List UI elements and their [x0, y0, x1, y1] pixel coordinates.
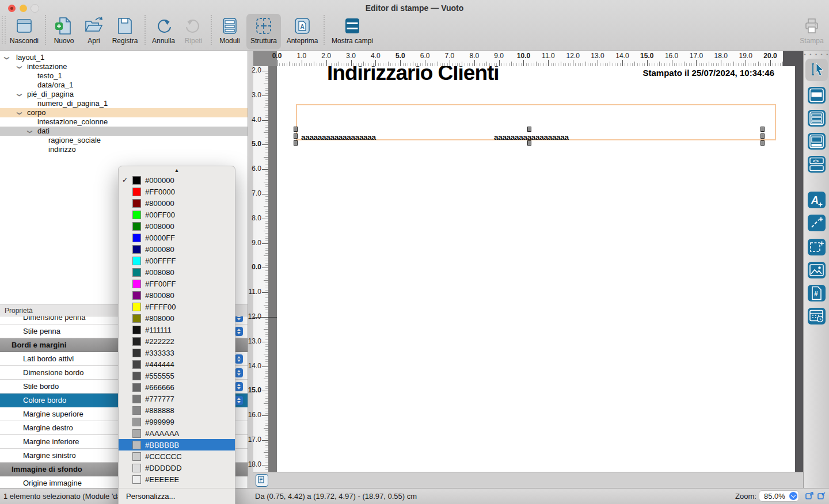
tree-item-ragione-sociale[interactable]: ragione_sociale — [0, 136, 248, 145]
selection-handle[interactable] — [294, 140, 298, 146]
property-popup-button[interactable] — [235, 354, 243, 364]
property-popup-button[interactable] — [235, 327, 243, 336]
tree-item-label: dati — [37, 127, 50, 136]
tree-item-intestazione[interactable]: ❯intestazione — [0, 62, 248, 71]
color-menu-item-AAAAAA[interactable]: #AAAAAA — [119, 427, 235, 439]
color-menu-item-000000[interactable]: ✓#000000 — [119, 174, 235, 186]
color-swatch — [132, 245, 141, 254]
color-hex-label: #111111 — [145, 326, 172, 334]
document-title-text[interactable]: Indirizzario Clienti — [327, 66, 499, 85]
selection-handle[interactable] — [527, 140, 531, 146]
menu-scroll-up-icon[interactable]: ▲ — [119, 167, 235, 173]
color-menu-item-999999[interactable]: #999999 — [119, 416, 235, 427]
selection-handle[interactable] — [294, 133, 298, 139]
v-ruler-label: 7.0 — [252, 189, 261, 197]
open-button[interactable]: Apri — [81, 15, 107, 48]
color-menu-item-BBBBBB[interactable]: #BBBBBB — [119, 439, 235, 450]
color-menu-item-0000FF[interactable]: #0000FF — [119, 232, 235, 243]
color-hex-label: #0000FF — [145, 234, 175, 242]
customize-color-menu-item[interactable]: Personalizza... — [119, 490, 235, 502]
add-page-number-tool-button[interactable]: # — [808, 285, 826, 301]
hide-panel-button[interactable]: Nascondi — [6, 15, 43, 48]
color-hex-label: #008080 — [145, 268, 174, 277]
color-menu-item-777777[interactable]: #777777 — [119, 393, 235, 404]
color-menu-item-00FF00[interactable]: #00FF00 — [119, 209, 235, 220]
print-button[interactable]: Stampa — [796, 15, 827, 48]
color-menu-item-808000[interactable]: #808000 — [119, 312, 235, 324]
zoom-select[interactable]: 85.0% — [759, 490, 799, 502]
tree-item-dati[interactable]: ❯dati — [0, 127, 248, 136]
tree-item-corpo[interactable]: ❯corpo — [0, 108, 248, 117]
color-menu-item-FF0000[interactable]: #FF0000 — [119, 186, 235, 197]
tree-item-numero-di-pagina-1[interactable]: numero_di_pagina_1 — [0, 99, 248, 108]
selection-handle[interactable] — [527, 127, 531, 132]
tree-item-testo-1[interactable]: testo_1 — [0, 71, 248, 81]
property-popup-button[interactable] — [235, 368, 243, 377]
structure-button[interactable]: Struttura — [246, 14, 281, 49]
color-menu-item-EEEEEE[interactable]: #EEEEEE — [119, 474, 235, 485]
selection-handle[interactable] — [294, 127, 298, 132]
color-menu-item-000080[interactable]: #000080 — [119, 243, 235, 255]
selection-handle[interactable] — [760, 140, 765, 146]
color-menu-item-CCCCCC[interactable]: #CCCCCC — [119, 450, 235, 462]
document-page[interactable]: Indirizzario Clienti Stampato il 25/07/2… — [277, 66, 795, 472]
color-menu-item-FF00FF[interactable]: #FF00FF — [119, 278, 235, 289]
select-tool-button[interactable] — [805, 59, 828, 81]
color-swatch — [132, 464, 141, 472]
add-rectangle-tool-button[interactable] — [808, 239, 826, 255]
module-code-tool-button[interactable]: <> — [808, 156, 826, 173]
color-menu-item-555555[interactable]: #555555 — [119, 370, 235, 381]
page-navigator-button[interactable] — [256, 474, 268, 487]
color-menu-item-800000[interactable]: #800000 — [119, 197, 235, 209]
undo-button[interactable]: Annulla — [148, 15, 179, 48]
color-menu-item-333333[interactable]: #333333 — [119, 347, 235, 358]
preview-button[interactable]: A Anteprima — [284, 15, 321, 48]
add-line-tool-button[interactable] — [808, 215, 826, 231]
selection-handle[interactable] — [760, 127, 765, 132]
shrink-window-icon[interactable] — [817, 491, 827, 501]
module-body-tool-button[interactable] — [808, 110, 826, 127]
property-label: Dimensione bordo — [23, 366, 84, 380]
chevron-down-icon[interactable]: ❯ — [15, 65, 24, 70]
color-menu-item-222222[interactable]: #222222 — [119, 335, 235, 347]
tree-item-layout-1[interactable]: ❯layout_1 — [0, 53, 248, 62]
field-ragione-sociale[interactable]: aaaaaaaaaaaaaaaaaa — [301, 133, 376, 142]
add-datetime-tool-button[interactable] — [808, 308, 826, 324]
tree-item-pi-di-pagina[interactable]: ❯pié_di_pagina — [0, 90, 248, 99]
show-fields-button[interactable]: Mostra campi — [326, 15, 379, 48]
tree-item-intestazione-colonne[interactable]: intestazione_colonne — [0, 117, 248, 127]
add-text-tool-button[interactable]: A — [808, 192, 826, 208]
add-image-tool-button[interactable] — [808, 262, 826, 278]
color-menu-item-111111[interactable]: #111111 — [119, 324, 235, 335]
property-popup-button[interactable] — [235, 382, 243, 391]
color-menu-item-008000[interactable]: #008000 — [119, 220, 235, 232]
selection-handle[interactable] — [760, 133, 765, 139]
modules-button[interactable]: Moduli — [215, 15, 245, 48]
tree-item-indirizzo[interactable]: indirizzo — [0, 145, 248, 154]
module-footer-tool-button[interactable] — [808, 133, 826, 150]
h-ruler-label: 14.0 — [615, 52, 629, 60]
chevron-down-icon[interactable]: ❯ — [25, 129, 35, 134]
toolbar-separator — [45, 15, 46, 45]
chevron-down-icon[interactable]: ❯ — [15, 93, 24, 97]
color-swatch — [132, 441, 141, 449]
color-menu-item-800080[interactable]: #800080 — [119, 289, 235, 301]
save-button[interactable]: Registra — [108, 15, 142, 48]
property-popup-button[interactable] — [235, 396, 243, 405]
color-menu-item-00FFFF[interactable]: #00FFFF — [119, 255, 235, 266]
tree-item-data-ora-1[interactable]: data/ora_1 — [0, 81, 248, 90]
color-menu-item-444444[interactable]: #444444 — [119, 358, 235, 370]
printed-date-text[interactable]: Stampato il 25/07/2024, 10:34:46 — [643, 68, 774, 78]
color-menu-item-666666[interactable]: #666666 — [119, 381, 235, 393]
color-menu-item-888888[interactable]: #888888 — [119, 404, 235, 416]
chevron-down-icon[interactable]: ❯ — [2, 56, 12, 60]
expand-window-icon[interactable] — [805, 491, 815, 501]
redo-button[interactable]: Ripeti — [181, 15, 206, 48]
color-menu-item-FFFF00[interactable]: #FFFF00 — [119, 301, 235, 312]
zoom-value: 85.0% — [764, 492, 785, 501]
chevron-down-icon[interactable]: ❯ — [15, 111, 24, 116]
new-button[interactable]: Nuovo — [48, 15, 79, 48]
color-menu-item-008080[interactable]: #008080 — [119, 266, 235, 278]
color-menu-item-DDDDDD[interactable]: #DDDDDD — [119, 462, 235, 474]
module-header-tool-button[interactable] — [808, 87, 826, 104]
